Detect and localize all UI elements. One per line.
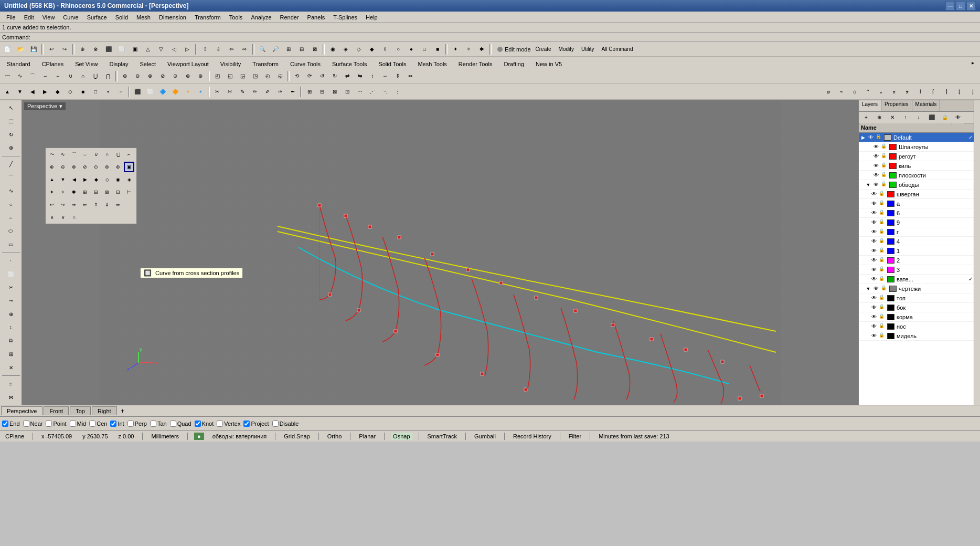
layer-6[interactable]: 👁 🔒 6: [859, 208, 974, 218]
layer-lock-shp[interactable]: 🔒: [881, 143, 888, 151]
osnap-mid[interactable]: Mid: [70, 421, 87, 427]
tab-cplanes[interactable]: CPlanes: [36, 59, 70, 68]
lt-btn-mirror[interactable]: ⊞: [2, 348, 20, 360]
osnap-tan-check[interactable]: [150, 421, 156, 427]
lt-btn-group[interactable]: ⋈: [2, 391, 20, 404]
fp-btn-28[interactable]: ⊞: [80, 187, 90, 197]
layer-vis-2[interactable]: 👁: [870, 257, 878, 264]
fp-btn-13[interactable]: ⊙: [91, 162, 101, 172]
tab-render-tools[interactable]: Render Tools: [453, 59, 498, 68]
ir2-r-btn-1[interactable]: ⌀: [822, 86, 835, 98]
tb-btn-28[interactable]: ✦: [449, 44, 462, 55]
layer-lock-2[interactable]: 🔒: [879, 257, 886, 264]
fp-btn-23[interactable]: ◉: [113, 174, 123, 185]
menu-render[interactable]: Render: [276, 13, 303, 22]
ir2-btn-30[interactable]: ⋱: [379, 86, 391, 98]
ir2-r-btn-9[interactable]: ⌈: [927, 86, 940, 98]
osnap-near-check[interactable]: [23, 421, 29, 427]
layer-vis-9[interactable]: 👁: [870, 219, 878, 226]
layer-vis-kil[interactable]: 👁: [872, 162, 880, 170]
layer-lock-kil[interactable]: 🔒: [881, 162, 888, 170]
lt-btn-rect[interactable]: ▭: [2, 238, 20, 250]
layer-vate[interactable]: 👁 🔒 вате... ✓: [859, 275, 974, 284]
fp-btn-14[interactable]: ⊚: [102, 162, 112, 172]
layer-4[interactable]: 👁 🔒 4: [859, 237, 974, 246]
status-grid-snap[interactable]: Grid Snap: [282, 433, 312, 440]
status-gumball[interactable]: Gumball: [472, 433, 498, 440]
osnap-project[interactable]: Project: [243, 421, 269, 427]
vp-add-button[interactable]: +: [118, 406, 127, 416]
tb-btn-2[interactable]: ⊗: [89, 44, 102, 55]
layer-lock-default[interactable]: 🔓: [876, 134, 883, 141]
status-record-history[interactable]: Record History: [511, 433, 553, 440]
redo-button[interactable]: ↪: [58, 44, 71, 55]
right-tab-properties[interactable]: Properties: [881, 100, 912, 111]
osnap-quad-check[interactable]: [170, 421, 176, 427]
menu-tsplines[interactable]: T-Splines: [329, 13, 361, 22]
osnap-mid-check[interactable]: [70, 421, 76, 427]
tab-transform[interactable]: Transform: [247, 59, 284, 68]
ir2-btn-20[interactable]: ✏: [249, 86, 261, 98]
menu-panels[interactable]: Panels: [303, 13, 329, 22]
ir2-btn-1[interactable]: ▲: [1, 86, 14, 98]
command-input[interactable]: [35, 34, 978, 40]
layer-expand-default[interactable]: ▶: [860, 134, 866, 141]
tb-btn-15[interactable]: 🔎: [269, 44, 282, 55]
menu-view[interactable]: View: [38, 13, 59, 22]
fp-btn-16-active[interactable]: ▣: [124, 162, 134, 172]
lt-btn-circle[interactable]: ○: [2, 198, 20, 211]
viewport-area[interactable]: Perspective ▾: [22, 100, 858, 405]
status-cplane[interactable]: CPlane: [3, 433, 26, 440]
fp-btn-31[interactable]: ⊡: [113, 187, 123, 197]
ir1-btn-30[interactable]: ↔: [379, 70, 391, 82]
layer-lock-4[interactable]: 🔒: [879, 238, 886, 245]
status-osnap[interactable]: Osnap: [391, 433, 412, 440]
tb-btn-11[interactable]: ⇩: [212, 44, 225, 55]
layer-vis-shvergan[interactable]: 👁: [870, 191, 878, 198]
layer-default[interactable]: ▶ 👁 🔓 Default ✓: [859, 133, 974, 142]
layer-a[interactable]: 👁 🔒 а: [859, 199, 974, 208]
tab-solid-tools[interactable]: Solid Tools: [372, 59, 412, 68]
tb-btn-25[interactable]: ●: [405, 44, 418, 55]
ir2-btn-9[interactable]: ▪: [102, 86, 114, 98]
layer-color-reg[interactable]: [889, 153, 897, 160]
ir2-btn-16[interactable]: 🔹: [194, 86, 207, 98]
ir2-r-btn-12[interactable]: ⌋: [966, 86, 979, 98]
menu-curve[interactable]: Curve: [59, 13, 82, 22]
ir1-btn-9[interactable]: ⋂: [102, 70, 114, 82]
fp-btn-9[interactable]: ⊕: [47, 162, 57, 172]
lt-btn-layer[interactable]: ≡: [2, 377, 20, 390]
layer-expand-reg[interactable]: [865, 153, 871, 160]
osnap-point-check[interactable]: [46, 421, 52, 427]
tb-btn-8[interactable]: ◁: [168, 44, 180, 55]
layer-lock-1[interactable]: 🔒: [879, 247, 886, 255]
ir1-btn-1[interactable]: 〰: [1, 70, 14, 82]
menu-transform[interactable]: Transform: [190, 13, 225, 22]
layer-bok[interactable]: 👁 🔒 бок: [859, 303, 974, 312]
layer-vis-pl[interactable]: 👁: [872, 172, 880, 179]
lt-btn-rotate[interactable]: ↻: [2, 128, 20, 141]
ir1-btn-13[interactable]: ⊘: [156, 70, 169, 82]
osnap-end-check[interactable]: [2, 421, 8, 427]
status-smarttrack[interactable]: SmartTrack: [425, 433, 459, 440]
layer-hide-all-button[interactable]: 👁: [952, 112, 964, 123]
menu-dimension[interactable]: Dimension: [155, 13, 190, 22]
fp-btn-22[interactable]: ◇: [102, 174, 112, 185]
viewport-canvas[interactable]: x y z 〜 ∿ ⌒ ⌣ ∪ ∩ ⋃ ⌐: [22, 100, 858, 405]
layer-kil[interactable]: 👁 🔒 киль: [859, 161, 974, 171]
layer-color-obv[interactable]: [889, 182, 897, 188]
tb-btn-7[interactable]: ▽: [155, 44, 167, 55]
layer-color-2[interactable]: [887, 257, 894, 264]
fp-btn-1[interactable]: 〜: [47, 149, 57, 160]
tabs-overflow[interactable]: ▸: [966, 57, 979, 68]
layer-down-button[interactable]: ↓: [912, 112, 925, 123]
layer-color-3[interactable]: [887, 267, 894, 273]
fp-btn-7[interactable]: ⋃: [113, 149, 123, 160]
osnap-perp-check[interactable]: [127, 421, 134, 427]
create-button[interactable]: Create: [533, 44, 554, 55]
layer-g[interactable]: 👁 🔒 г: [859, 227, 974, 237]
lt-btn-trim[interactable]: ✂: [2, 281, 20, 293]
fp-btn-8[interactable]: ⌐: [124, 149, 134, 160]
osnap-disable[interactable]: Disable: [272, 421, 299, 427]
ir1-btn-26[interactable]: ↻: [328, 70, 341, 82]
